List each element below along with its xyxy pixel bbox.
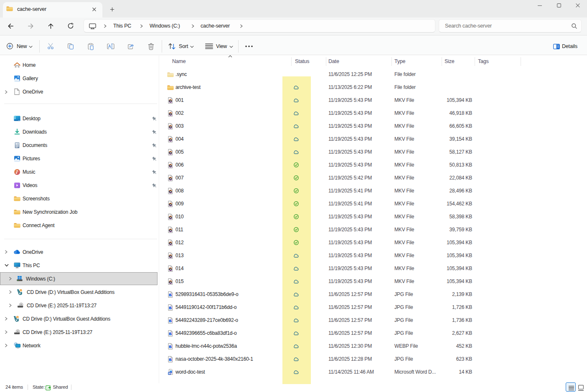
- svg-text:W: W: [168, 372, 171, 374]
